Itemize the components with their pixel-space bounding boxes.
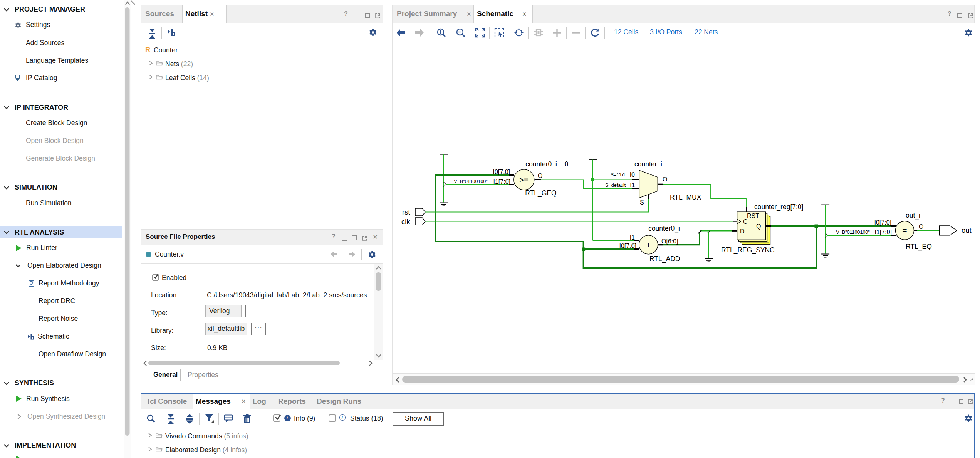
svg-text:RTL_ADD: RTL_ADD — [649, 255, 680, 263]
svg-text:counter_reg[7:0]: counter_reg[7:0] — [754, 203, 803, 211]
svg-text:RTL_REG_SYNC: RTL_REG_SYNC — [721, 246, 775, 254]
svg-text:clk: clk — [401, 218, 410, 226]
svg-text:V=B"01100100": V=B"01100100" — [836, 230, 870, 235]
svg-text:Q: Q — [756, 223, 761, 230]
svg-text:O: O — [538, 173, 542, 179]
svg-text:I1: I1 — [630, 234, 635, 241]
svg-text:S=1'b1: S=1'b1 — [611, 172, 626, 178]
svg-text:I1: I1 — [630, 182, 635, 188]
svg-text:O: O — [919, 223, 923, 230]
svg-text:counter_i: counter_i — [634, 160, 662, 168]
svg-text:I0: I0 — [630, 171, 635, 178]
svg-text:out: out — [962, 226, 972, 234]
svg-text:I0[7:0]: I0[7:0] — [619, 243, 636, 249]
svg-text:RST: RST — [747, 213, 759, 219]
svg-text:O[6:0]: O[6:0] — [661, 238, 678, 245]
svg-text:>=: >= — [519, 176, 528, 184]
svg-text:counter0_i: counter0_i — [648, 225, 680, 233]
svg-text:+: + — [646, 240, 651, 249]
svg-text:counter0_i__0: counter0_i__0 — [525, 160, 568, 168]
svg-text:D: D — [740, 228, 745, 235]
svg-text:I0[7:0]: I0[7:0] — [493, 169, 510, 175]
svg-text:out_i: out_i — [906, 211, 920, 220]
svg-text:RTL_EQ: RTL_EQ — [906, 243, 932, 251]
svg-text:S: S — [640, 199, 644, 206]
svg-text:S=default: S=default — [605, 183, 626, 188]
svg-text:RTL_GEQ: RTL_GEQ — [525, 189, 556, 197]
svg-text:rst: rst — [402, 208, 410, 216]
svg-text:I0[7:0]: I0[7:0] — [874, 219, 891, 226]
svg-text:=: = — [902, 226, 907, 235]
svg-text:O: O — [663, 176, 667, 183]
svg-text:I1[7:0]: I1[7:0] — [493, 178, 510, 185]
svg-text:C: C — [743, 218, 748, 225]
svg-text:V=B"01100100": V=B"01100100" — [454, 179, 488, 184]
svg-text:I1[7:0]: I1[7:0] — [875, 229, 892, 235]
svg-text:RTL_MUX: RTL_MUX — [670, 193, 701, 201]
